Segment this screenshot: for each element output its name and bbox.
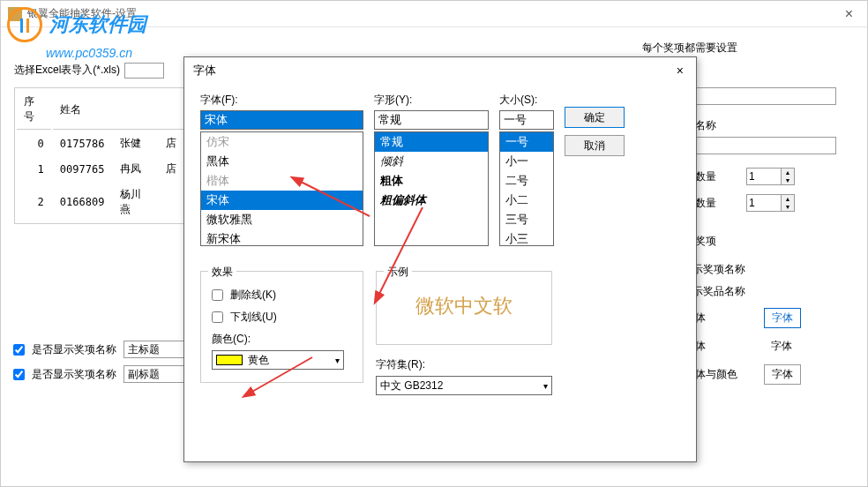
chk-label: 是否显示奖项名称: [32, 342, 116, 357]
sample-text: 微软中文软: [387, 281, 541, 332]
font-dialog: 字体 × 字体(F): 仿宋 黑体 楷体 宋体 微软雅黑 新宋体 珠穆朗玛—乌金…: [183, 56, 697, 462]
list-item[interactable]: 新宋体: [201, 229, 363, 246]
chevron-down-icon: ▾: [543, 381, 548, 391]
dialog-title: 字体: [193, 63, 673, 79]
table-row[interactable]: 1 0097765 冉凤 店: [17, 157, 183, 181]
ok-button[interactable]: 确定: [565, 107, 625, 128]
data-table: 序号 姓名 0 0175786 张健 店 1 0097765 冉凤 店 2: [14, 87, 186, 224]
chevron-down-icon: ▾: [335, 356, 340, 365]
chk-label: 是否显示奖项名称: [32, 367, 116, 382]
chk-show-prize-name-2[interactable]: [13, 369, 25, 380]
close-icon[interactable]: ×: [673, 64, 687, 78]
effects-title: 效果: [208, 265, 236, 280]
list-item[interactable]: 小一: [500, 152, 553, 171]
list-item[interactable]: 粗体: [375, 171, 488, 191]
list-item[interactable]: 倾斜: [375, 152, 488, 171]
font-item-button[interactable]: 字体: [764, 337, 799, 356]
size-input[interactable]: [499, 110, 554, 130]
list-item[interactable]: 二号: [500, 171, 553, 191]
win-count-input[interactable]: [746, 168, 782, 185]
list-item[interactable]: 黑体: [201, 152, 363, 171]
logo-url: www.pc0359.cn: [0, 46, 153, 60]
list-item[interactable]: 宋体: [201, 191, 363, 210]
right-note: 每个奖项都需要设置: [642, 41, 854, 56]
color-select[interactable]: 黄色 ▾: [212, 350, 344, 370]
spinner-down-icon[interactable]: ▼: [782, 176, 794, 184]
color-label: 颜色(C):: [212, 332, 352, 347]
color-swatch-icon: [216, 355, 243, 365]
font-prize-button[interactable]: 字体: [764, 308, 801, 328]
size-listbox[interactable]: 一号 小一 二号 小二 三号 小三 四号: [499, 131, 554, 246]
list-item[interactable]: 常规: [375, 132, 488, 152]
style-listbox[interactable]: 常规 倾斜 粗体 粗偏斜体: [374, 131, 489, 246]
header-seq: 序号: [17, 90, 51, 130]
chk-strikethrough[interactable]: [212, 289, 223, 301]
charset-label: 字符集(R):: [376, 357, 552, 372]
watermark: 河东软件园 www.pc0359.cn: [0, 0, 153, 60]
font-name-input[interactable]: [200, 110, 363, 130]
underline-label: 下划线(U): [230, 310, 277, 325]
logo-icon: [7, 7, 42, 42]
font-winlist-button[interactable]: 字体: [764, 364, 801, 385]
list-item[interactable]: 微软雅黑: [201, 210, 363, 229]
list-item[interactable]: 一号: [500, 132, 553, 152]
spinner-up-icon[interactable]: ▲: [782, 195, 794, 203]
spinner-down-icon[interactable]: ▼: [782, 203, 794, 211]
font-listbox[interactable]: 仿宋 黑体 楷体 宋体 微软雅黑 新宋体 珠穆朗玛—乌金苏通体: [200, 131, 363, 246]
table-row[interactable]: 0 0175786 张健 店: [17, 131, 183, 155]
style-input[interactable]: [374, 110, 489, 130]
list-item[interactable]: 粗偏斜体: [375, 191, 488, 210]
table-row[interactable]: 2 0166809 杨川燕: [17, 183, 183, 221]
list-item[interactable]: 小二: [500, 191, 553, 210]
list-item[interactable]: 仿宋: [201, 132, 363, 152]
spinner-up-icon[interactable]: ▲: [782, 169, 794, 176]
style-label: 字形(Y):: [374, 93, 489, 108]
chk-underline[interactable]: [212, 311, 223, 323]
font-label: 字体(F):: [200, 93, 363, 108]
color-value: 黄色: [248, 353, 269, 368]
charset-value: 中文 GB2312: [380, 378, 443, 393]
list-item[interactable]: 三号: [500, 210, 553, 229]
header-name: 姓名: [53, 90, 183, 130]
charset-select[interactable]: 中文 GB2312 ▾: [376, 376, 552, 395]
cancel-button[interactable]: 取消: [565, 135, 625, 156]
strike-label: 删除线(K): [230, 288, 276, 303]
sample-title: 示例: [384, 265, 412, 280]
chk-show-prize-name-1[interactable]: [13, 344, 25, 356]
import-path-input[interactable]: [124, 63, 164, 79]
close-icon[interactable]: ×: [838, 6, 860, 22]
import-label: 选择Excel表导入(*.xls): [14, 63, 120, 79]
draw-count-input[interactable]: [746, 194, 782, 212]
size-label: 大小(S):: [499, 93, 554, 108]
logo-text: 河东软件园: [49, 11, 146, 38]
list-item[interactable]: 楷体: [201, 171, 363, 191]
list-item[interactable]: 小三: [500, 229, 553, 246]
